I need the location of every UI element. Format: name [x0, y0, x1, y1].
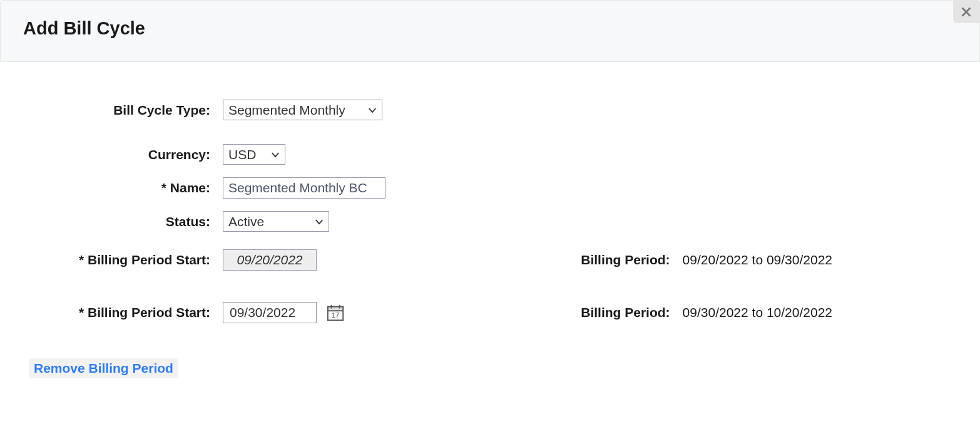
row-billing-period-2: * Billing Period Start: 17 Billing Perio…	[23, 302, 957, 323]
label-billing-period-start-2: * Billing Period Start:	[23, 305, 223, 320]
svg-rect-1	[328, 307, 343, 311]
remove-billing-period-link[interactable]: Remove Billing Period	[29, 358, 178, 378]
row-billing-period-1: * Billing Period Start: 09/20/2022 Billi…	[23, 249, 957, 271]
billing-period-summary-value-1: 09/20/2022 to 09/30/2022	[683, 252, 832, 267]
row-bill-cycle-type: Bill Cycle Type: Segmented Monthly	[23, 100, 957, 120]
billing-period-summary-label-1: Billing Period:	[581, 252, 670, 267]
label-name: * Name:	[23, 180, 223, 195]
label-bill-cycle-type: Bill Cycle Type:	[23, 103, 223, 118]
form-body: Bill Cycle Type: Segmented Monthly Curre…	[0, 62, 980, 385]
close-button[interactable]	[953, 1, 979, 23]
label-status: Status:	[23, 214, 223, 229]
billing-period-summary-value-2: 09/30/2022 to 10/20/2022	[683, 305, 832, 320]
billing-period-start-1-readonly: 09/20/2022	[223, 249, 317, 271]
row-status: Status: Active	[23, 211, 957, 232]
status-select[interactable]: Active	[223, 211, 329, 232]
svg-text:17: 17	[332, 311, 340, 319]
label-currency: Currency:	[23, 147, 223, 162]
bill-cycle-type-select[interactable]: Segmented Monthly	[223, 100, 382, 120]
row-name: * Name:	[23, 177, 957, 199]
currency-select[interactable]: USD	[223, 144, 285, 165]
billing-period-summary-2: Billing Period: 09/30/2022 to 10/20/2022	[581, 305, 957, 320]
page-title: Add Bill Cycle	[23, 18, 957, 39]
name-input[interactable]	[223, 177, 385, 199]
row-currency: Currency: USD	[23, 144, 957, 165]
billing-period-summary-1: Billing Period: 09/20/2022 to 09/30/2022	[581, 252, 957, 267]
billing-period-start-2-input[interactable]	[223, 302, 317, 323]
billing-period-summary-label-2: Billing Period:	[581, 305, 670, 320]
calendar-icon[interactable]: 17	[325, 303, 345, 323]
modal-header: Add Bill Cycle	[0, 0, 980, 62]
label-billing-period-start-1: * Billing Period Start:	[23, 252, 223, 267]
close-icon	[959, 5, 973, 19]
